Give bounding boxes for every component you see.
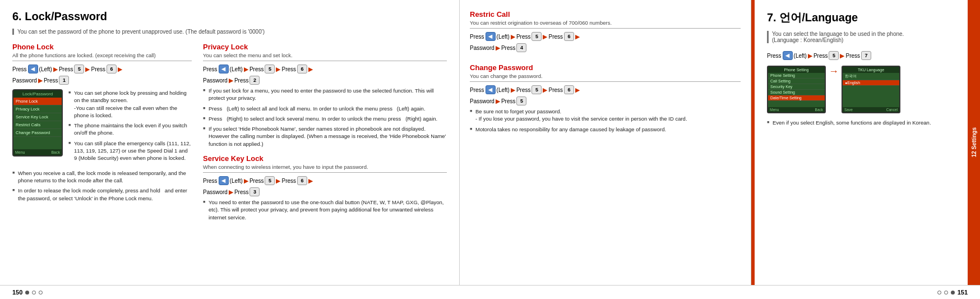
press-rc-4: Press [501, 45, 516, 51]
change-pwd-title: Change Password [470, 63, 741, 72]
bullet-privacy-1: If you set lock for a menu, you need to … [203, 87, 447, 102]
key-p2-5[interactable]: 5 [265, 65, 275, 73]
privacy-press-line2: Password ▶ Press 2 [203, 76, 447, 85]
press-rc-3: Press [548, 34, 563, 40]
change-pwd-press-line1: Press ◀ (Left) ▶ Press 5 ▶ Press 6 ▶ [470, 85, 741, 94]
phone-lock-col: Phone Lock All the phone functions are l… [12, 43, 192, 228]
left-label-lang: (Left) [794, 53, 807, 59]
press-sk-3: Press [281, 178, 296, 184]
service-key-bullets: You need to enter the password to use th… [203, 199, 447, 221]
press-word-3: Press [91, 66, 105, 72]
key-rc-left[interactable]: ◀ [486, 32, 496, 41]
section-subtitle-lock: You can set the password of the phone to… [12, 29, 447, 35]
key-rc-6[interactable]: 6 [564, 32, 574, 41]
restric-call-block: Restric Call You can restrict originatio… [470, 10, 741, 52]
arrow-between-screens: → [829, 66, 839, 77]
press-p2-3: Press [281, 66, 296, 72]
menu-item-change-pwd: Change Password [13, 129, 62, 137]
lang-screen-2: TKU Language 한국어 ●English SaveCancel [842, 66, 900, 113]
key-lang-left[interactable]: ◀ [783, 51, 793, 60]
lock-password-section: 6. Lock/Password You can set the passwor… [0, 0, 460, 285]
key-left-1[interactable]: ◀ [28, 65, 38, 73]
privacy-lock-title: Privacy Lock [203, 43, 447, 51]
left-label-cp: (Left) [497, 87, 510, 93]
bullet-cp-2: Motorola takes no responsibility for any… [470, 126, 741, 133]
left-label-rc: (Left) [497, 34, 510, 40]
page-num-right: 151 [937, 289, 968, 296]
phone-lock-bullets: You can set phone lock by pressing and h… [68, 89, 192, 165]
service-key-title: Service Key Lock [203, 154, 447, 163]
key-menu-1[interactable]: 5 [74, 65, 84, 73]
section-title-lock: 6. Lock/Password [12, 10, 447, 23]
key-cp-5b[interactable]: 5 [516, 96, 526, 105]
privacy-lock-block: Privacy Lock You can select the menu and… [203, 43, 447, 148]
password-label-cp: Password [470, 98, 494, 104]
screen-footer-1: MenuBack [13, 149, 62, 155]
privacy-press-line1: Press ◀ (Left) ▶ Press 5 ▶ Press 6 ▶ [203, 65, 447, 73]
press-word-1: Press [12, 66, 27, 72]
lang-menu-call: Call Setting [768, 79, 825, 84]
section-subtitle-language: You can select the language to be used i… [767, 31, 963, 43]
key-sk-left[interactable]: ◀ [219, 176, 229, 185]
key-sk-6[interactable]: 6 [297, 176, 307, 185]
lang-menu-sound: Sound Setting [768, 90, 825, 95]
key-sk-5[interactable]: 5 [265, 176, 275, 185]
lang-screen-1: Phone Setting Phone Setting Call Setting… [767, 66, 826, 113]
key-p2-left[interactable]: ◀ [219, 65, 229, 73]
password-label-rc: Password [470, 45, 494, 51]
key-rc-4[interactable]: 4 [516, 43, 526, 52]
bullet-item: You can still place the emergency calls … [68, 140, 192, 162]
menu-item-service-key: Service Key Lock [13, 113, 62, 121]
bullet-sk-1: You need to enter the password to use th… [203, 199, 447, 221]
bullet-item: You can set phone lock by pressing and h… [68, 89, 192, 119]
press-cp-4: Press [501, 98, 516, 104]
page-number-151: 151 [958, 289, 968, 296]
key-p2-6[interactable]: 6 [297, 65, 307, 73]
bullet-cp-1: Be sure not to forget your password.- If… [470, 108, 741, 123]
service-key-desc: When connecting to wireless internet, yo… [203, 164, 447, 173]
screen-header-1: Lock/Password [13, 90, 62, 98]
lang-screen1-header: Phone Setting [768, 67, 825, 73]
key-cp-5[interactable]: 5 [531, 85, 542, 94]
lang-screen1-footer: MenuBack [768, 107, 825, 112]
press-lang-3: Press [845, 53, 860, 59]
key-rc-5[interactable]: 5 [531, 32, 542, 41]
press-cp-2: Press [516, 87, 531, 93]
lang-menu-english: ●English [843, 80, 899, 86]
language-section: 7. 언어/Language You can select the langua… [751, 0, 980, 285]
sidebar-tab: 12 Settings [968, 0, 980, 285]
press-word-4: Press [44, 77, 58, 84]
key-confirm-1[interactable]: 1 [59, 76, 69, 85]
press-sk-4: Press [234, 189, 249, 195]
press-p2-4: Press [234, 77, 249, 84]
press-rc-2: Press [516, 34, 531, 40]
bullet-privacy-3: Press (Right) to select and lock several… [203, 115, 447, 122]
lang-menu-datetime: Date/Time Setting [768, 95, 825, 101]
password-label-p2: Password [203, 77, 228, 84]
key-sk-3[interactable]: 3 [249, 187, 260, 196]
bullet-item-bottom-1: When you receive a call, the lock mode i… [12, 169, 192, 185]
left-label-sk: (Left) [230, 178, 243, 184]
key-lang-5[interactable]: 5 [829, 51, 839, 60]
restric-press-line1: Press ◀ (Left) ▶ Press 5 ▶ Press 6 ▶ [470, 32, 741, 41]
key-cp-6[interactable]: 6 [564, 85, 574, 94]
phone-lock-press-line2: Password ▶ Press 1 [12, 76, 192, 85]
phone-lock-press-line1: Press ◀ (Left) ▶ Press 5 ▶ Press 6 ▶ [12, 65, 192, 73]
menu-item-privacy-lock: Privacy Lock [13, 105, 62, 113]
change-password-block: Change Password You can change the passw… [470, 63, 741, 133]
press-p2-1: Press [203, 66, 218, 72]
key-lang-7[interactable]: 7 [861, 51, 871, 60]
password-label-1: Password [12, 77, 37, 84]
press-cp-3: Press [548, 87, 563, 93]
key-num-1[interactable]: 6 [107, 65, 117, 73]
key-cp-left[interactable]: ◀ [486, 85, 496, 94]
change-pwd-bullets: Be sure not to forget your password.- If… [470, 108, 741, 133]
phone-lock-desc: All the phone functions are locked. (exc… [12, 52, 192, 61]
page-dot-6 [951, 291, 955, 295]
page-dot-5 [944, 291, 948, 295]
page-numbers: 150 151 [0, 285, 980, 299]
key-p2-2[interactable]: 2 [249, 76, 260, 85]
lang-menu-korean: 한국어 [843, 73, 899, 80]
phone-lock-title: Phone Lock [12, 43, 192, 51]
press-sk-2: Press [249, 178, 264, 184]
